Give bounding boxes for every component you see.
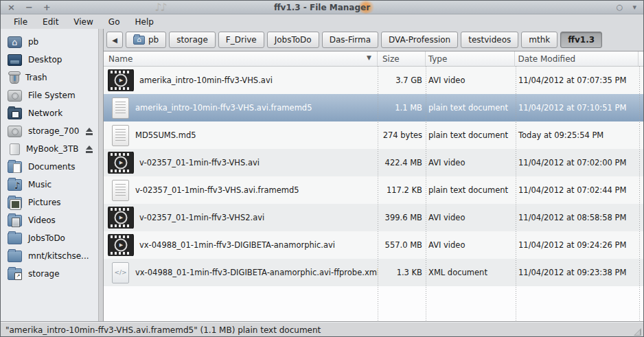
file-type: plain text document bbox=[426, 130, 516, 140]
sidebar-item-label: Network bbox=[28, 108, 62, 118]
file-name: MD5SUMS.md5 bbox=[135, 130, 196, 140]
sidebar-item[interactable]: storage_700 bbox=[1, 122, 98, 140]
menu-item[interactable]: Help bbox=[127, 16, 161, 28]
file-row[interactable]: v-02357_01-1min-ffv3-VHS.avi 422.4 MB AV… bbox=[104, 149, 643, 176]
file-date: 11/04/2012 at 07:10:51 PM bbox=[516, 103, 639, 113]
file-name: amerika_intro-10min-ffv3-VHS.avi.framemd… bbox=[135, 103, 312, 113]
menu-item[interactable]: View bbox=[66, 16, 100, 28]
file-row[interactable]: vx-04988_01-1min-ffv3-DIGIBETA-anamorphi… bbox=[104, 231, 643, 259]
column-header-name[interactable]: Name ▼ bbox=[104, 51, 377, 66]
back-button[interactable]: ◀ bbox=[106, 32, 123, 48]
breadcrumb-button[interactable]: mthk bbox=[521, 32, 557, 48]
shade-menu-button[interactable]: ▾ bbox=[632, 3, 636, 11]
sidebar-item-icon bbox=[8, 108, 22, 119]
file-type-icon bbox=[112, 125, 129, 146]
chevron-left-icon: ◀ bbox=[112, 36, 117, 44]
breadcrumb-button[interactable]: testvideos bbox=[461, 32, 518, 48]
sidebar-item[interactable]: JobsToDo bbox=[1, 229, 98, 247]
titlebar[interactable]: ♪♪ × − + ffv1.3 - File Manager ○ ▾ bbox=[1, 1, 643, 14]
breadcrumb-button[interactable]: storage bbox=[169, 32, 216, 48]
file-name: amerika_intro-10min-ffv3-VHS.avi bbox=[139, 75, 273, 85]
file-row[interactable]: amerika_intro-10min-ffv3-VHS.avi 3.7 GB … bbox=[104, 67, 643, 94]
sidebar-item[interactable]: MyBook_3TB bbox=[1, 140, 98, 158]
sidebar-item-label: storage bbox=[28, 269, 60, 279]
sidebar-item[interactable]: Pictures bbox=[1, 194, 98, 211]
file-type: plain text document bbox=[426, 103, 516, 113]
sidebar-item[interactable]: Network bbox=[1, 104, 98, 122]
file-row[interactable]: v-02357_01-1min-ffv3-VHS2.avi 399.6 MB A… bbox=[104, 204, 643, 231]
column-header-size[interactable]: Size bbox=[377, 51, 425, 66]
breadcrumb-label: JobsToDo bbox=[275, 35, 312, 45]
window-title: ffv1.3 - File Manager bbox=[1, 1, 643, 14]
sidebar-item[interactable]: Videos bbox=[1, 211, 98, 229]
column-header-date[interactable]: Date Modified bbox=[514, 51, 638, 66]
breadcrumb-button[interactable]: JobsToDo bbox=[267, 32, 319, 48]
file-type: AVI video bbox=[426, 75, 516, 85]
file-row[interactable]: v-02357_01-1min-ffv3-VHS.avi.framemd5 11… bbox=[104, 176, 643, 204]
resize-grip[interactable] bbox=[634, 328, 641, 336]
file-type-icon bbox=[112, 180, 129, 201]
file-size: 399.6 MB bbox=[378, 213, 426, 222]
breadcrumb-label: storage bbox=[176, 35, 208, 45]
sidebar-item-label: Desktop bbox=[28, 55, 62, 65]
file-name-cell: vx-04988_01-1min-ffv3-DIGIBETA-anamorphi… bbox=[104, 234, 378, 256]
menu-item[interactable]: Edit bbox=[35, 16, 66, 28]
breadcrumb-label: F_Drive bbox=[226, 35, 257, 45]
file-name-cell: amerika_intro-10min-ffv3-VHS.avi bbox=[104, 69, 378, 91]
breadcrumb-button[interactable]: F_Drive bbox=[218, 32, 264, 48]
sidebar-item-icon bbox=[8, 36, 22, 48]
sidebar-item-icon bbox=[8, 54, 22, 66]
file-row[interactable]: amerika_intro-10min-ffv3-VHS.avi.framemd… bbox=[104, 94, 643, 121]
sidebar-item-label: Pictures bbox=[28, 198, 61, 207]
sidebar-item[interactable]: Music bbox=[1, 176, 98, 194]
file-date: 11/04/2012 at 07:02:00 PM bbox=[516, 158, 639, 167]
sidebar-item-icon bbox=[10, 143, 20, 155]
eject-button[interactable] bbox=[85, 146, 93, 153]
file-name: v-02357_01-1min-ffv3-VHS.avi bbox=[139, 158, 260, 167]
sidebar-item[interactable]: pb bbox=[1, 33, 98, 51]
eject-button[interactable] bbox=[85, 128, 93, 135]
file-type-icon bbox=[108, 234, 133, 256]
sidebar-item[interactable]: File System bbox=[1, 86, 98, 104]
file-row[interactable]: MD5SUMS.md5 274 bytes plain text documen… bbox=[104, 121, 643, 149]
file-size: 274 bytes bbox=[378, 130, 426, 140]
sidebar-item[interactable]: Trash bbox=[1, 69, 98, 86]
sidebar-item[interactable]: storage bbox=[1, 265, 98, 283]
file-date: 11/04/2012 at 07:07:35 PM bbox=[516, 75, 639, 85]
sidebar-item-label: Trash bbox=[25, 73, 47, 82]
breadcrumb-button[interactable]: pb bbox=[126, 32, 166, 48]
sidebar-item-icon bbox=[8, 233, 22, 244]
menu-item-label: Edit bbox=[43, 17, 58, 27]
sidebar-item-icon bbox=[8, 268, 22, 280]
sticky-button[interactable]: ○ bbox=[617, 3, 623, 11]
sidebar-item-label: JobsToDo bbox=[28, 233, 65, 243]
sidebar-item[interactable]: Desktop bbox=[1, 51, 98, 69]
file-name-cell: v-02357_01-1min-ffv3-VHS.avi bbox=[104, 152, 378, 174]
menu-item-label: Go bbox=[108, 17, 120, 27]
pane-splitter[interactable] bbox=[98, 29, 104, 321]
column-header-type[interactable]: Type bbox=[425, 51, 515, 66]
file-size: 422.4 MB bbox=[378, 158, 426, 167]
file-row[interactable]: vx-04988_01-1min-ffv3-DIGIBETA-anamorphi… bbox=[104, 259, 643, 286]
breadcrumb-button[interactable]: ffv1.3 bbox=[560, 32, 602, 48]
menu-item[interactable]: Go bbox=[101, 16, 128, 28]
file-type: AVI video bbox=[426, 240, 516, 250]
breadcrumb-button[interactable]: Das-Firma bbox=[322, 32, 378, 48]
sidebar-item-label: MyBook_3TB bbox=[26, 144, 79, 154]
sidebar-item[interactable]: mnt/kitschse... bbox=[1, 247, 98, 265]
sidebar-item-icon bbox=[8, 126, 22, 137]
home-folder-icon bbox=[133, 36, 145, 45]
menu-item[interactable]: File bbox=[6, 16, 35, 28]
breadcrumb-label: ffv1.3 bbox=[568, 35, 595, 45]
breadcrumb-button[interactable]: DVA-Profession bbox=[381, 32, 458, 48]
sidebar-item-label: File System bbox=[28, 91, 76, 100]
file-size: 1.1 MB bbox=[378, 103, 426, 113]
file-type-icon bbox=[108, 207, 133, 229]
file-list: Name ▼ Size Type Date Modified amerika_i… bbox=[104, 51, 643, 321]
file-manager-window: ♪♪ × − + ffv1.3 - File Manager ○ ▾ File … bbox=[0, 0, 644, 337]
file-size: 1.3 KB bbox=[378, 268, 426, 277]
menubar: File Edit View Go Help bbox=[1, 14, 643, 29]
sidebar-item-icon bbox=[8, 90, 22, 102]
file-name-cell: MD5SUMS.md5 bbox=[104, 125, 378, 146]
sidebar-item[interactable]: Documents bbox=[1, 158, 98, 176]
